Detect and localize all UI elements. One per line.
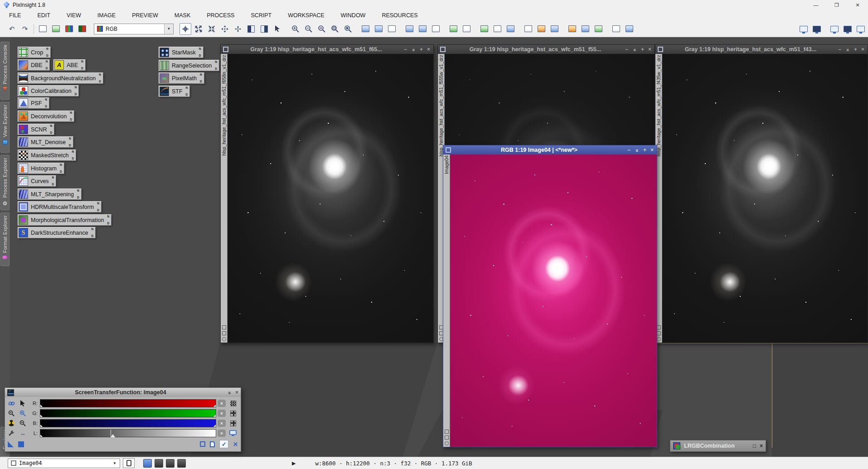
statusbar-grip[interactable] — [298, 458, 301, 469]
window-titlebar[interactable]: Gray 1:19 hlsp_heritage_hst_acs_wfc_m51_… — [438, 45, 655, 54]
window-icon[interactable] — [658, 47, 663, 52]
stf-blue-bar[interactable] — [40, 419, 216, 427]
screen-left-half-icon[interactable] — [245, 23, 257, 35]
stf-reset-button[interactable]: ✕ — [233, 441, 238, 448]
process-icon-hdrmultiscaletransform[interactable]: HDRMultiscaleTransformND — [18, 201, 102, 213]
workspace-2-button[interactable] — [155, 459, 163, 468]
window-zoom-button[interactable]: + — [641, 47, 644, 52]
screen-stretch-icon[interactable] — [63, 23, 75, 35]
window-minimize-button[interactable]: − — [838, 47, 841, 52]
stf-green-reset-button[interactable]: × — [218, 410, 226, 417]
stf-track-view-button[interactable] — [8, 441, 14, 447]
undo-button[interactable]: ↶ — [6, 23, 18, 35]
strip-resize-icon[interactable] — [445, 430, 449, 434]
toolbar-grip[interactable] — [474, 24, 477, 34]
statusbar-grip[interactable] — [189, 458, 192, 469]
statusbar-grip[interactable] — [863, 458, 866, 469]
radiation-icon[interactable] — [7, 419, 16, 428]
window-close-button[interactable]: × — [861, 47, 864, 52]
nav-up-icon[interactable] — [430, 23, 441, 35]
history-explorer-icon[interactable] — [566, 23, 578, 35]
zoom-in-icon[interactable] — [18, 409, 27, 418]
stf-auto-stretch-button[interactable] — [18, 441, 24, 447]
zoom-fill-button[interactable] — [342, 23, 354, 35]
window-minimize-button[interactable]: − — [625, 47, 628, 52]
duplicate-window-icon[interactable] — [373, 23, 384, 35]
toolbar-grip[interactable] — [1, 24, 5, 34]
zoom-out-icon[interactable] — [18, 419, 27, 428]
process-icon-scnr[interactable]: SCNRND — [18, 124, 54, 135]
process-icon-pixelmath[interactable]: ∞PixelMathND — [159, 73, 204, 84]
script-edit-icon[interactable] — [535, 23, 547, 35]
toolbar-grip[interactable] — [562, 24, 565, 34]
zoom-out-icon[interactable] — [7, 409, 16, 418]
zoom-fit-button[interactable] — [329, 23, 340, 35]
window-shade-button[interactable]: ⌅ — [845, 47, 850, 52]
process-icon-backgroundneutralization[interactable]: BackgroundNeutralizationND — [18, 73, 103, 84]
fits-header-icon[interactable] — [50, 23, 62, 35]
window-zoom-button[interactable]: + — [854, 47, 857, 52]
strip-pan-icon[interactable] — [445, 435, 449, 440]
toolbar-grip[interactable] — [443, 24, 446, 34]
screen5-monitor-icon[interactable] — [855, 23, 867, 35]
tab-format-explorer[interactable]: Format Explorer — [0, 213, 10, 266]
strip-readout-icon[interactable] — [222, 337, 226, 341]
process-icon-darkstructureenhance[interactable]: SDarkStructureEnhanceND — [18, 227, 96, 238]
statusbar-grip[interactable] — [2, 458, 5, 469]
edit-cursor-icon[interactable] — [18, 399, 27, 408]
window-shade-button[interactable]: ⌅ — [635, 147, 639, 153]
lrgbcombination-window[interactable]: LRGBCombination □ × — [670, 440, 766, 452]
process-edit-icon[interactable] — [491, 23, 503, 35]
strip-resize-icon[interactable] — [222, 325, 226, 329]
window-minimize-button[interactable]: − — [627, 147, 630, 153]
menu-window[interactable]: WINDOW — [341, 12, 366, 19]
stf-blue-reset-button[interactable]: × — [218, 420, 226, 427]
window-shade-button[interactable]: ⌅ — [411, 47, 416, 52]
os-maximize-button[interactable]: ❐ — [826, 0, 847, 10]
view-dropdown-arrow[interactable]: ▼ — [110, 459, 120, 468]
new-window-icon[interactable] — [359, 23, 371, 35]
edit-preferences-icon[interactable] — [37, 23, 48, 35]
process-icon-abe[interactable]: AABEND — [53, 59, 86, 71]
stf-red-reset-button[interactable]: × — [218, 400, 226, 407]
process-icon-morphologicaltransformation[interactable]: MorphologicalTransformationND — [18, 214, 112, 226]
workspace-3-button[interactable] — [166, 459, 175, 468]
window-close-button[interactable]: × — [427, 47, 430, 52]
process-icon-deconvolution[interactable]: DeconvolutionND — [18, 111, 74, 122]
window-icon[interactable] — [223, 47, 228, 52]
window-minimize-button[interactable]: − — [404, 47, 407, 52]
view-selector-strip[interactable]: hlsp_heritage_hst_acs_wfc_m51_f658n_v1_d… — [221, 54, 228, 343]
statistics-icon[interactable] — [579, 23, 591, 35]
view-mode-button[interactable] — [123, 458, 135, 468]
wrench-icon[interactable] — [7, 429, 16, 438]
workspace-1-button[interactable] — [143, 459, 152, 468]
link-rgb-icon[interactable] — [7, 399, 16, 408]
stf-lum-reset-button[interactable]: × — [218, 430, 226, 437]
stf-green-bar[interactable] — [40, 409, 216, 417]
window-close-button[interactable]: × — [648, 47, 651, 52]
process-new-icon[interactable] — [478, 23, 490, 35]
screen4-monitor-icon[interactable] — [842, 23, 853, 35]
channel-dropdown-arrow[interactable]: ▼ — [164, 24, 173, 34]
toolbar-grip[interactable] — [175, 24, 178, 34]
process-apply-icon[interactable] — [504, 23, 516, 35]
window-titlebar[interactable]: Gray 1:19 hlsp_heritage_hst_acs_wfc_m51_… — [221, 45, 433, 54]
menu-workspace[interactable]: WORKSPACE — [288, 12, 324, 19]
menu-mask[interactable]: MASK — [175, 12, 190, 19]
stf-new-instance-button[interactable] — [200, 441, 205, 447]
process-icon-dbe[interactable]: DBEND — [18, 59, 50, 71]
stf-lum-bar[interactable] — [40, 429, 216, 437]
workspace-tile-icon[interactable] — [610, 23, 622, 35]
mask-enable-icon[interactable] — [447, 23, 459, 35]
window-shade-button[interactable]: ⌅ — [632, 47, 637, 52]
process-icon-curves[interactable]: CurvesND — [18, 175, 56, 187]
image-canvas-f435w[interactable] — [662, 54, 868, 343]
screen-right-half-icon[interactable] — [258, 23, 270, 35]
window-titlebar[interactable]: Gray 1:19 hlsp_heritage_hst_acs_wfc_m51_… — [655, 45, 868, 54]
color-mode-icon[interactable] — [76, 23, 88, 35]
pan-tool-button[interactable] — [179, 23, 191, 35]
screen2-monitor-icon[interactable] — [811, 23, 823, 35]
menu-process[interactable]: PROCESS — [207, 12, 234, 19]
strip-pan-icon[interactable] — [222, 331, 226, 335]
expand-view-button[interactable] — [193, 23, 204, 35]
